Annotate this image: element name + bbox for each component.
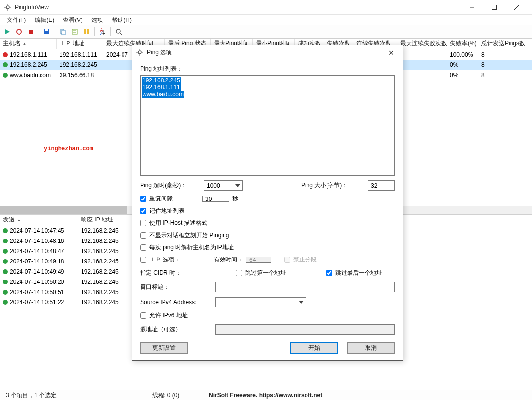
- update-settings-button[interactable]: 更新设置: [140, 342, 188, 354]
- minimize-button[interactable]: [461, 0, 483, 15]
- menu-options[interactable]: 选项: [87, 15, 107, 25]
- cell-failrate: 0%: [447, 61, 478, 68]
- address-list-input[interactable]: 192.168.2.245 192.168.1.111 www.baidu.co…: [140, 75, 395, 176]
- skip-first-checkbox[interactable]: [236, 270, 242, 276]
- svg-rect-15: [62, 30, 65, 35]
- sort-asc-icon: ▲: [17, 218, 21, 222]
- export-icon[interactable]: [69, 26, 80, 37]
- cell-time: 2024-07-14 10:51:22: [10, 299, 64, 306]
- col-totalpings[interactable]: 总计发送Pings数: [478, 39, 532, 49]
- skip-last-label: 跳过最后一个地址: [335, 269, 382, 277]
- repeat-unit: 秒: [232, 195, 238, 203]
- status-credit: NirSoft Freeware. https://www.nirsoft.ne…: [203, 390, 532, 400]
- record-icon[interactable]: [25, 26, 36, 37]
- nodlg-checkbox[interactable]: [140, 232, 146, 239]
- cell-host: 192.168.1.111: [10, 51, 47, 58]
- svg-rect-6: [492, 5, 497, 9]
- repeat-input[interactable]: [202, 196, 229, 202]
- nofrag-checkbox: [284, 257, 290, 263]
- nodlg-label: 不显示对话框立刻开始 Pinging: [149, 231, 229, 240]
- dialog-body: Ping 地址列表： 192.168.2.245 192.168.1.111 w…: [132, 60, 403, 360]
- status-bar: 3 个项目，1 个选定 线程: 0 (0) NirSoft Freeware. …: [0, 390, 532, 400]
- skip-last-checkbox[interactable]: [326, 270, 332, 276]
- status-dot-icon: [3, 62, 8, 67]
- scroll-thumb[interactable]: [0, 206, 127, 214]
- cell-ip: 39.156.66.18: [57, 72, 103, 79]
- menu-file[interactable]: 文件(F): [3, 15, 30, 25]
- find-icon[interactable]: [113, 26, 124, 37]
- status-dot-icon: [3, 300, 8, 305]
- separator: [39, 27, 39, 36]
- timeout-input[interactable]: [204, 180, 243, 191]
- maximize-button[interactable]: [483, 0, 506, 15]
- cell-time: 2024-07-14 10:50:20: [10, 279, 64, 285]
- remember-checkbox[interactable]: [140, 208, 146, 214]
- watermark: yinghezhan.com: [44, 145, 93, 152]
- cell-ip: 192.168.1.111: [57, 51, 103, 58]
- save-icon[interactable]: [41, 26, 52, 37]
- ipopt-label: ＩＰ 选项：: [149, 256, 198, 264]
- start-button[interactable]: 开始: [290, 342, 338, 354]
- menu-help[interactable]: 帮助(H): [108, 15, 136, 25]
- remember-label: 记住地址列表: [149, 207, 184, 215]
- status-dot-icon: [3, 73, 8, 78]
- status-dot-icon: [3, 269, 8, 274]
- stop-icon[interactable]: [14, 26, 24, 37]
- toolbar: AZ: [0, 25, 532, 38]
- dialog-icon: [136, 49, 144, 57]
- address-entry[interactable]: 192.168.2.245: [142, 77, 181, 84]
- resolve-label: 每次 ping 时解析主机名为IP地址: [149, 243, 234, 252]
- dialog-title: Ping 选项: [147, 48, 384, 57]
- ipopt-checkbox[interactable]: [140, 257, 146, 263]
- copy-icon[interactable]: [58, 26, 68, 37]
- col-failrate[interactable]: 失败率(%): [447, 39, 478, 49]
- svg-point-27: [138, 51, 141, 54]
- repeat-checkbox[interactable]: [140, 196, 146, 202]
- dialog-close-icon[interactable]: ✕: [384, 47, 399, 58]
- resolve-checkbox[interactable]: [140, 244, 146, 251]
- cell-failrate: 0%: [447, 72, 478, 79]
- ipv6-label: 允许 IPv6 地址: [149, 311, 188, 320]
- cell-host: www.baidu.com: [10, 72, 51, 79]
- srcopt-label: 源地址（可选）：: [140, 325, 201, 334]
- address-list-label: Ping 地址列表：: [140, 65, 395, 73]
- svg-marker-9: [5, 29, 10, 34]
- cell-time: 2024-07-14 10:49:18: [10, 258, 64, 265]
- col-maxconsec[interactable]: 最大连续失败次数: [397, 39, 447, 49]
- size-input[interactable]: [368, 180, 395, 191]
- address-entry[interactable]: 192.168.1.111: [142, 84, 181, 91]
- title-bar: PingInfoView: [0, 0, 532, 15]
- menu-view[interactable]: 查看(V): [59, 15, 86, 25]
- close-button[interactable]: [506, 0, 528, 15]
- col-ip[interactable]: ＩＰ 地址: [57, 39, 103, 49]
- play-icon[interactable]: [2, 26, 13, 37]
- wintitle-input[interactable]: [215, 282, 395, 292]
- col-send[interactable]: 发送▲: [0, 215, 78, 225]
- separator: [94, 27, 95, 36]
- app-icon: [4, 3, 12, 11]
- iphost-label: 使用 IP-Host 描述格式: [149, 219, 207, 227]
- cancel-button[interactable]: 取消: [347, 342, 395, 354]
- svg-rect-11: [29, 30, 33, 34]
- status-dot-icon: [3, 290, 8, 295]
- status-items: 3 个项目，1 个选定: [0, 390, 146, 400]
- sort-asc-icon: ▲: [22, 41, 27, 46]
- address-entry[interactable]: www.baidu.com: [142, 91, 184, 98]
- col-host[interactable]: 主机名▲: [0, 39, 57, 49]
- iphost-checkbox[interactable]: [140, 220, 146, 226]
- status-dot-icon: [3, 249, 8, 254]
- cell-host: 192.168.2.245: [10, 61, 47, 68]
- menu-edit[interactable]: 编辑(E): [31, 15, 58, 25]
- ipv6-checkbox[interactable]: [140, 312, 146, 319]
- window-title: PingInfoView: [15, 4, 461, 11]
- srcip-input[interactable]: [215, 297, 306, 307]
- cell-time: 2024-07-14 10:47:45: [10, 227, 64, 234]
- status-dot-icon: [3, 52, 8, 57]
- ttl-input: [246, 257, 271, 263]
- cols-icon[interactable]: [81, 26, 92, 37]
- ping-options-dialog: Ping 选项 ✕ Ping 地址列表： 192.168.2.245 192.1…: [132, 45, 403, 361]
- size-label: Ping 大小(字节)：: [301, 181, 365, 190]
- dialog-title-bar[interactable]: Ping 选项 ✕: [132, 45, 403, 60]
- sort-icon[interactable]: AZ: [97, 26, 108, 37]
- status-threads: 线程: 0 (0): [146, 390, 203, 400]
